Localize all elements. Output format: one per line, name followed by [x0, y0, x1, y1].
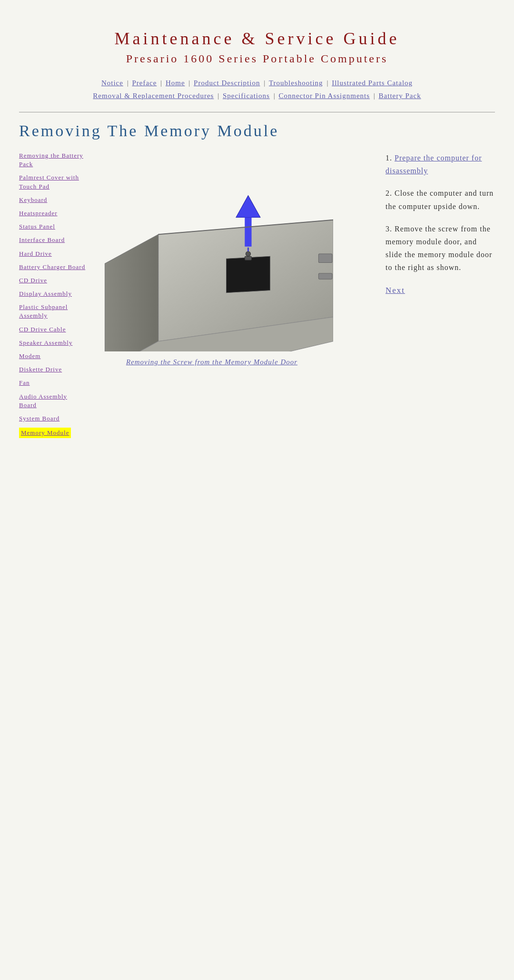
sidebar-item-interface-board[interactable]: Interface Board	[19, 236, 86, 244]
step-2: 2. Close the computer and turn the compu…	[386, 187, 495, 212]
main-content: Removing the Screw from the Memory Modul…	[86, 151, 381, 443]
image-area	[95, 151, 333, 351]
page-header: Maintenance & Service Guide Presario 160…	[19, 29, 495, 65]
step-1-link[interactable]: Prepare the computer for disassembly	[386, 154, 482, 175]
nav-preface[interactable]: Preface	[132, 79, 157, 87]
right-panel: 1. Prepare the computer for disassembly …	[381, 151, 495, 443]
svg-rect-7	[245, 218, 251, 247]
sidebar-item-modem[interactable]: Modem	[19, 352, 86, 360]
sidebar-item-battery-pack[interactable]: Removing the Battery Pack	[19, 151, 86, 169]
nav-battery[interactable]: Battery Pack	[379, 92, 421, 100]
step-3: 3. Remove the screw from the memory modu…	[386, 222, 495, 274]
nav-bar: Notice | Preface | Home | Product Descri…	[19, 77, 495, 102]
sidebar-item-diskette[interactable]: Diskette Drive	[19, 365, 86, 374]
next-link[interactable]: Next	[386, 284, 495, 298]
nav-notice[interactable]: Notice	[101, 79, 123, 87]
step-1-num: 1.	[386, 154, 392, 162]
sidebar-item-status-panel[interactable]: Status Panel	[19, 222, 86, 231]
svg-point-4	[246, 251, 250, 256]
step-2-num: 2.	[386, 189, 392, 197]
nav-connector[interactable]: Connector Pin Assignments	[278, 92, 370, 100]
sidebar-item-cd-drive[interactable]: CD Drive	[19, 276, 86, 285]
sidebar-item-system-board[interactable]: System Board	[19, 414, 86, 423]
content-area: Removing the Battery Pack Palmrest Cover…	[19, 151, 495, 443]
main-title: Maintenance & Service Guide	[19, 29, 495, 49]
nav-specifications[interactable]: Specifications	[223, 92, 270, 100]
svg-rect-9	[318, 254, 332, 262]
nav-removal[interactable]: Removal & Replacement Procedures	[93, 92, 214, 100]
subtitle: Presario 1600 Series Portable Computers	[19, 52, 495, 65]
sidebar-item-memory-module[interactable]: Memory Module	[19, 428, 71, 438]
nav-product-description[interactable]: Product Description	[194, 79, 260, 87]
page-title: Removing The Memory Module	[19, 122, 495, 140]
sidebar-item-battery-charger[interactable]: Battery Charger Board	[19, 263, 86, 271]
laptop-diagram	[95, 151, 333, 351]
sidebar: Removing the Battery Pack Palmrest Cover…	[19, 151, 86, 443]
image-caption: Removing the Screw from the Memory Modul…	[95, 358, 328, 366]
step-1: 1. Prepare the computer for disassembly	[386, 151, 495, 177]
step-3-text: Remove the screw from the memory module …	[386, 225, 492, 272]
svg-rect-8	[245, 256, 251, 260]
sidebar-item-plastic-subpanel[interactable]: Plastic Subpanel Assembly	[19, 303, 86, 320]
step-2-text: Close the computer and turn the computer…	[386, 189, 494, 210]
svg-rect-10	[318, 273, 332, 279]
sidebar-item-display[interactable]: Display Assembly	[19, 290, 86, 298]
sidebar-item-keyboard[interactable]: Keyboard	[19, 196, 86, 204]
divider	[19, 112, 495, 112]
step-3-num: 3.	[386, 225, 392, 233]
svg-marker-3	[227, 256, 270, 293]
sidebar-item-audio[interactable]: Audio Assembly Board	[19, 392, 86, 410]
sidebar-item-cd-cable[interactable]: CD Drive Cable	[19, 325, 86, 334]
svg-marker-6	[236, 196, 260, 218]
svg-marker-1	[105, 234, 158, 351]
sidebar-item-fan[interactable]: Fan	[19, 379, 86, 387]
sidebar-item-speaker[interactable]: Speaker Assembly	[19, 339, 86, 347]
nav-troubleshooting[interactable]: Troubleshooting	[269, 79, 323, 87]
sidebar-item-hard-drive[interactable]: Hard Drive	[19, 250, 86, 258]
nav-illustrated-parts[interactable]: Illustrated Parts Catalog	[332, 79, 413, 87]
sidebar-item-palmrest[interactable]: Palmrest Cover with Touch Pad	[19, 173, 86, 190]
nav-home[interactable]: Home	[166, 79, 185, 87]
sidebar-item-heatspreader[interactable]: Heatspreader	[19, 209, 86, 218]
